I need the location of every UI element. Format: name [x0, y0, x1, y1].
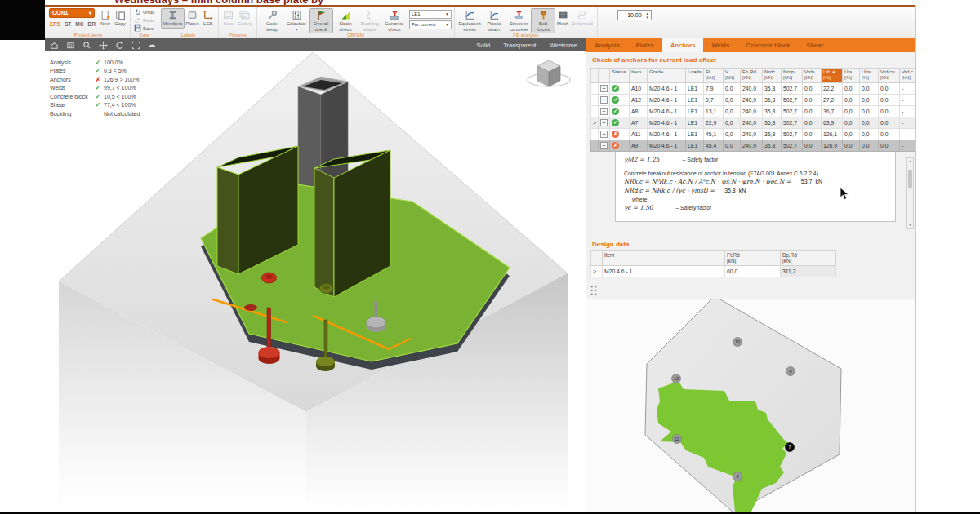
tab-shear[interactable]: Shear [799, 38, 832, 52]
members-icon [167, 10, 178, 20]
render-mode-transparent[interactable]: Transparent [503, 42, 536, 49]
panel-splitter-handle[interactable] [588, 284, 599, 297]
check-pass-icon: ✓ [92, 84, 104, 91]
gamma-c-note: – Safety factor [675, 205, 711, 210]
status-pass-icon: ✓ [612, 85, 619, 92]
project-mode-eps[interactable]: EPS [50, 21, 60, 27]
scale-spinbox[interactable]: 10,00▲▼ [617, 10, 652, 20]
ribbon-button-calculate[interactable]: Calculate ▾ [284, 8, 309, 33]
project-mode-dr[interactable]: DR [87, 21, 95, 27]
ribbon-button-mesh[interactable]: Mesh [555, 8, 570, 29]
column-header-uts[interactable]: Uts[%] [843, 69, 860, 83]
scrollbar-thumb[interactable] [908, 170, 912, 188]
project-mode-mc[interactable]: MC [75, 21, 83, 27]
detail-scrollbar[interactable]: ▲ ▼ [906, 157, 914, 229]
safety-factor-note: – Safety factor [682, 157, 718, 162]
scroll-up-icon[interactable]: ▲ [907, 158, 913, 165]
column-header-grade[interactable]: Grade [648, 69, 686, 83]
connection-selector[interactable]: CON1▾ [49, 8, 95, 18]
ribbon-button-stress-in-concrete[interactable]: Stress in concrete [506, 8, 531, 33]
ribbon-button-equivalent-stress[interactable]: Equivalent stress [457, 8, 482, 33]
load-effect-select[interactable]: LE1▼ [409, 10, 452, 19]
column-header-vrd-c[interactable]: Vrd,c[kN] [900, 69, 916, 83]
ribbon-button-members[interactable]: Members [161, 8, 184, 29]
detail-heading: Concrete breakout resistance of anchor i… [624, 171, 889, 176]
scroll-down-icon[interactable]: ▼ [907, 222, 913, 228]
column-header-status[interactable]: Status [610, 69, 630, 83]
tab-plates[interactable]: Plates [628, 38, 662, 52]
ribbon-button-overall-check[interactable]: Overall check [309, 8, 333, 33]
render-mode-solid[interactable]: Solid [477, 42, 491, 49]
check-pass-icon: ✓ [92, 93, 104, 100]
tab-concrete-block[interactable]: Concrete block [737, 38, 798, 52]
anchor-row-a11[interactable]: +✗A11M20 4.6 - 1LE145,10,0240,035,8502,7… [591, 129, 916, 140]
equivalent-stress-icon [465, 10, 475, 20]
home-button[interactable] [50, 41, 59, 50]
column-header-loads[interactable]: Loads [686, 69, 704, 83]
ribbon-group-label: FE analysis [455, 33, 597, 38]
column-header-utts[interactable]: Utts[%] [860, 69, 879, 83]
anchor-row-a9[interactable]: −✗A9M20 4.6 - 1LE145,40,0240,035,8502,70… [591, 140, 916, 152]
view-cube[interactable] [528, 60, 570, 86]
column-header-nrdc[interactable]: Nrdc[kN] [763, 69, 782, 83]
expand-toggle-button[interactable]: + [600, 96, 608, 104]
column-header-vrds[interactable]: Vrds[kN] [803, 69, 822, 83]
anchor-row-a7[interactable]: >+✓A7M20 4.6 - 1LE122,90,0240,035,8502,7… [591, 117, 916, 129]
ribbon-button-code-setup[interactable]: Code setup [260, 8, 284, 33]
ribbon-group-fe-analysis: Equivalent stressPlastic strainStress in… [455, 7, 598, 38]
anchor-head-olive[interactable] [319, 284, 333, 294]
column-header-nrdp[interactable]: Nrdp[kN] [782, 69, 803, 83]
ribbon-button-strain-check[interactable]: Strain check [333, 8, 358, 33]
spinner-arrows-icon[interactable]: ▲▼ [644, 11, 651, 20]
result-scope-select[interactable]: For current▼ [409, 20, 452, 29]
expand-toggle-button[interactable]: − [600, 142, 608, 149]
column-header-item[interactable]: Item [630, 69, 648, 83]
screenshot-button[interactable] [66, 41, 75, 50]
perspective-button[interactable] [148, 41, 157, 50]
ribbon-button-concrete-check[interactable]: Concrete check [382, 8, 407, 33]
status-fail-icon: ✗ [612, 131, 619, 138]
summary-row-concrete-block: Concrete block✓10,5 < 100% [50, 92, 140, 101]
column-header-v[interactable]: V[kN] [724, 69, 741, 83]
design-data-title: Design data [592, 241, 629, 248]
column-header-fb-rd[interactable]: Fb,Rd[kN] [741, 69, 763, 83]
tab-anchors[interactable]: Anchors [662, 38, 703, 52]
ribbon-button-copy[interactable]: Copy [113, 8, 127, 29]
ribbon-button-bolt-forces[interactable]: Bolt forces [531, 8, 555, 33]
stress-in-concrete-icon [514, 10, 524, 20]
viewport-3d[interactable]: SolidTransparentWireframe Analysis✓100,0… [45, 38, 586, 512]
ribbon-button-lcs[interactable]: LCS [201, 8, 216, 29]
column-header-utt[interactable]: Utt ▲[%] [822, 69, 843, 83]
project-mode-st[interactable]: ST [65, 21, 71, 27]
expand-toggle-button[interactable]: + [600, 85, 608, 92]
column-header-blank[interactable] [591, 69, 599, 83]
ribbon-button-gallery: Gallery [236, 8, 254, 29]
expand-toggle-button[interactable]: + [600, 131, 608, 138]
plot-anchor-7: 7 [786, 443, 795, 452]
plot-anchor-8: 8 [786, 367, 795, 376]
render-mode-wireframe[interactable]: Wireframe [549, 42, 577, 49]
rotate-button[interactable] [115, 41, 124, 50]
ribbon-button-plastic-strain[interactable]: Plastic strain [482, 8, 506, 33]
ribbon-button-save[interactable]: Save [133, 24, 155, 32]
expand-toggle-button[interactable]: + [600, 119, 608, 126]
ribbon-button-plates[interactable]: Plates [185, 8, 201, 29]
ribbon-button-new[interactable]: New [98, 8, 113, 29]
anchor-head-red[interactable] [262, 273, 277, 283]
pan-button[interactable] [99, 41, 108, 50]
gallery-icon [239, 10, 250, 20]
tab-analysis[interactable]: Analysis [586, 38, 628, 52]
anchor-row-a12[interactable]: +✓A12M20 4.6 - 1LE19,70,0240,035,8502,70… [591, 95, 916, 106]
ribbon-button-undo[interactable]: Undo [133, 8, 155, 16]
zoom-button[interactable] [82, 41, 91, 50]
column-header-vrd-cp[interactable]: Vrd,cp[kN] [879, 69, 900, 83]
gamma-c-formula: γc = 1,50 [624, 204, 653, 211]
column-header-blank[interactable] [599, 69, 610, 83]
zoom-window-button[interactable] [131, 41, 140, 50]
anchor-row-a8[interactable]: +✓A8M20 4.6 - 1LE113,10,0240,035,8502,70… [591, 106, 916, 117]
anchor-row-a10[interactable]: +✓A10M20 4.6 - 1LE17,90,0240,035,8502,70… [591, 83, 916, 95]
column-header-ft[interactable]: Ft[kN] [704, 69, 724, 83]
expand-toggle-button[interactable]: + [600, 108, 608, 115]
tab-welds[interactable]: Welds [703, 38, 737, 52]
design-data-row[interactable]: > M20 4.6 - 1 60,0 311,2 [591, 266, 836, 277]
